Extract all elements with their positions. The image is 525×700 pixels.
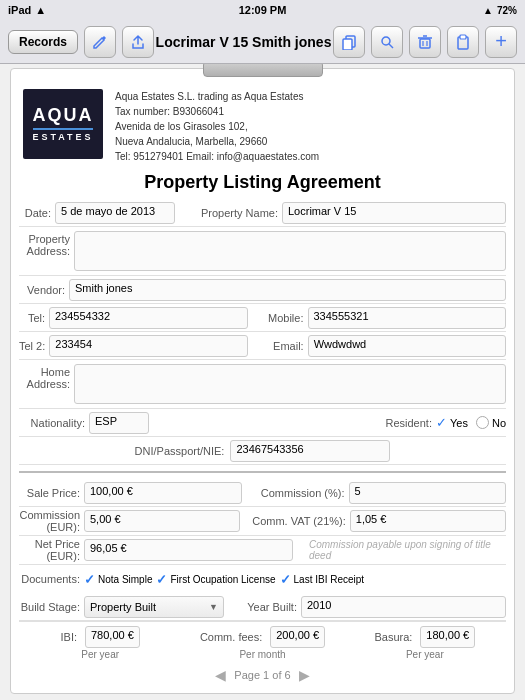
company-line2: Tax number: B93066041 <box>115 104 319 119</box>
svg-rect-10 <box>460 35 466 39</box>
copy-icon-button[interactable] <box>333 26 365 58</box>
status-bar-right: ▲ 72% <box>483 5 517 16</box>
company-line5: Tel: 951279401 Email: info@aquaestates.c… <box>115 149 319 164</box>
company-info: Aqua Estates S.L. trading as Aqua Estate… <box>115 89 319 164</box>
doc-header: AQUA ESTATES Aqua Estates S.L. trading a… <box>11 81 514 168</box>
page-next-icon[interactable]: ▶ <box>299 667 310 683</box>
status-bar-time: 12:09 PM <box>239 4 287 16</box>
doc3-check-icon: ✓ <box>280 572 291 587</box>
clipboard-clip <box>203 64 323 77</box>
build-stage-label: Build Stage: <box>19 601 84 613</box>
document: AQUA ESTATES Aqua Estates S.L. trading a… <box>10 68 515 694</box>
mobile-field[interactable]: 334555321 <box>308 307 507 329</box>
documents-label: Documents: <box>19 573 84 585</box>
doc-title: Property Listing Agreement <box>144 172 380 192</box>
records-button[interactable]: Records <box>8 30 78 54</box>
toolbar-center: Locrimar V 15 Smith jones <box>154 34 333 50</box>
basura-field[interactable]: 180,00 € <box>420 626 475 648</box>
resident-no-option[interactable]: No <box>476 416 506 429</box>
battery-label: 72% <box>497 5 517 16</box>
ibi-field[interactable]: 780,00 € <box>85 626 140 648</box>
build-stage-value: Property Built <box>90 601 156 613</box>
svg-rect-1 <box>343 39 352 50</box>
tel-mobile-row: Tel: 234554332 Mobile: 334555321 <box>19 304 506 332</box>
edit-icon-button[interactable] <box>84 26 116 58</box>
email-label: Email: <box>260 340 308 352</box>
main-content: AQUA ESTATES Aqua Estates S.L. trading a… <box>0 64 525 700</box>
svg-rect-4 <box>420 39 430 48</box>
doc-title-row: Property Listing Agreement <box>11 168 514 199</box>
doc2-label: First Ocupation License <box>170 574 275 585</box>
property-address-label: PropertyAddress: <box>19 231 74 257</box>
resident-yes-label: Yes <box>450 417 468 429</box>
status-bar: iPad ▲ 12:09 PM ▲ 72% <box>0 0 525 20</box>
section-divider <box>19 471 506 473</box>
nationality-label: Nationality: <box>19 417 89 429</box>
ibi-group: IBI: 780,00 € Per year <box>19 626 181 660</box>
dropdown-arrow-icon: ▼ <box>209 602 218 612</box>
documents-row-outer: Documents: ✓ Nota Simple ✓ First Ocupati… <box>19 565 506 593</box>
trash-icon-button[interactable] <box>409 26 441 58</box>
email-field[interactable]: Wwdwdwd <box>308 335 506 357</box>
net-price-field[interactable]: 96,05 € <box>84 539 293 561</box>
date-field[interactable]: 5 de mayo de 2013 <box>55 202 175 224</box>
doc1-check-icon: ✓ <box>84 572 95 587</box>
carrier-label: iPad <box>8 4 31 16</box>
commission-eur-field[interactable]: 5,00 € <box>84 510 240 532</box>
logo-aqua: AQUA <box>33 106 94 124</box>
mobile-label: Mobile: <box>260 312 308 324</box>
year-built-field[interactable]: 2010 <box>301 596 506 618</box>
sale-commission-row: Sale Price: 100,00 € Commission (%): 5 <box>19 479 506 507</box>
page-prev-icon[interactable]: ◀ <box>215 667 226 683</box>
property-name-label: Property Name: <box>187 207 282 219</box>
year-built-label: Year Built: <box>236 601 301 613</box>
home-address-field[interactable] <box>74 364 506 404</box>
comm-fees-label: Comm. fees: <box>200 631 266 643</box>
documents-list: ✓ Nota Simple ✓ First Ocupation License … <box>84 569 364 590</box>
comm-payable-hint: Commission payable upon signing of title… <box>305 539 506 561</box>
page-label: Page 1 of 6 <box>234 669 290 681</box>
logo-box: AQUA ESTATES <box>23 89 103 159</box>
vendor-field[interactable]: Smith jones <box>69 279 506 301</box>
property-name-field[interactable]: Locrimar V 15 <box>282 202 506 224</box>
commission-pct-field[interactable]: 5 <box>349 482 507 504</box>
toolbar-title: Locrimar V 15 Smith jones <box>156 34 332 50</box>
build-stage-row: Build Stage: Property Built ▼ Year Built… <box>19 593 506 621</box>
comm-fees-field[interactable]: 200,00 € <box>270 626 325 648</box>
toolbar-left: Records <box>8 26 154 58</box>
build-stage-dropdown[interactable]: Property Built ▼ <box>84 596 224 618</box>
date-label: Date: <box>19 207 55 219</box>
comm-vat-field[interactable]: 1,05 € <box>350 510 506 532</box>
vendor-label: Vendor: <box>19 284 69 296</box>
clip-container <box>11 64 514 77</box>
share-icon-button[interactable] <box>122 26 154 58</box>
nationality-field[interactable]: ESP <box>89 412 149 434</box>
sale-price-field[interactable]: 100,00 € <box>84 482 242 504</box>
home-address-label: HomeAddress: <box>19 364 74 390</box>
logo-line <box>33 128 93 130</box>
doc2-item[interactable]: ✓ First Ocupation License <box>156 572 275 587</box>
doc3-item[interactable]: ✓ Last IBI Receipt <box>280 572 365 587</box>
property-address-row: PropertyAddress: <box>19 227 506 276</box>
sale-price-label: Sale Price: <box>19 487 84 499</box>
comm-fees-sublabel: Per month <box>239 649 285 660</box>
net-price-label: Net Price(EUR): <box>19 538 84 562</box>
paste-icon-button[interactable] <box>447 26 479 58</box>
doc2-check-icon: ✓ <box>156 572 167 587</box>
ibi-sublabel: Per year <box>81 649 119 660</box>
tel2-label: Tel 2: <box>19 340 49 352</box>
tel-field[interactable]: 234554332 <box>49 307 248 329</box>
add-icon-button[interactable]: + <box>485 26 517 58</box>
tel2-field[interactable]: 233454 <box>49 335 247 357</box>
commission-eur-vat-row: Commission(EUR): 5,00 € Comm. VAT (21%):… <box>19 507 506 536</box>
dni-field[interactable]: 23467543356 <box>230 440 390 462</box>
comm-vat-label: Comm. VAT (21%): <box>252 515 350 527</box>
search-icon-button[interactable] <box>371 26 403 58</box>
doc3-label: Last IBI Receipt <box>294 574 365 585</box>
resident-yes-check-icon: ✓ <box>436 415 447 430</box>
doc1-item[interactable]: ✓ Nota Simple <box>84 572 152 587</box>
basura-group: Basura: 180,00 € Per year <box>344 626 506 660</box>
property-address-field[interactable] <box>74 231 506 271</box>
svg-point-2 <box>382 37 390 45</box>
resident-yes-option[interactable]: ✓ Yes <box>436 415 468 430</box>
